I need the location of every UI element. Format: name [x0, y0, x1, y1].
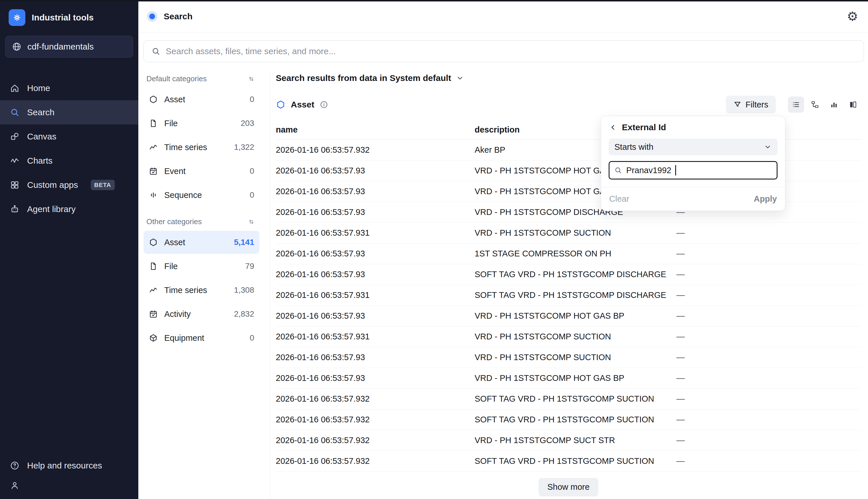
cell-external-id: — [676, 264, 861, 285]
other-categories-label: Other categories [146, 217, 202, 226]
search-app-icon [147, 11, 157, 22]
category-item-asset-default[interactable]: Asset 0 [144, 88, 260, 111]
category-item-event-default[interactable]: Event 0 [144, 160, 260, 183]
table-row[interactable]: 2026-01-16 06:53:57.932 SOFT TAG VRD - P… [276, 409, 861, 430]
category-item-file-other[interactable]: File 79 [144, 255, 260, 278]
category-item-file-default[interactable]: File 203 [144, 112, 260, 135]
operator-select[interactable]: Starts with [608, 138, 777, 155]
category-item-sequence-default[interactable]: Sequence 0 [144, 183, 260, 207]
sidebar-item-canvas[interactable]: Canvas [0, 124, 138, 149]
back-chevron-icon[interactable] [608, 123, 617, 132]
table-row[interactable]: 2026-01-16 06:53:57.932 SOFT TAG VRD - P… [276, 388, 861, 409]
cell-name: 2026-01-16 06:53:57.93 [276, 181, 475, 202]
cell-external-id: — [676, 243, 861, 264]
chart-view-button[interactable] [826, 97, 842, 113]
category-item-equipment-other[interactable]: Equipment 0 [144, 326, 260, 350]
table-row[interactable]: 2026-01-16 06:53:57.93 VRD - PH 1STSTGCO… [276, 305, 861, 326]
sidebar-item-home[interactable]: Home [0, 76, 138, 100]
help-circle-icon [10, 461, 20, 471]
results-section-header: Asset Filters [276, 96, 861, 113]
table-row[interactable]: 2026-01-16 06:53:57.931 VRD - PH 1STSTGC… [276, 326, 861, 347]
app-logo-button[interactable] [9, 9, 25, 26]
cell-external-id: — [676, 368, 861, 388]
cell-description: SOFT TAG VRD - PH 1STSTGCOMP SUCTION [475, 409, 676, 430]
sort-categories-button[interactable] [247, 75, 255, 83]
table-row[interactable]: 2026-01-16 06:53:57.932 VRD - PH 1STSTGC… [276, 430, 861, 451]
cell-description: VRD - PH 1STSTGCOMP SUCT STR [475, 430, 676, 451]
cognite-burst-icon [12, 13, 22, 22]
project-selector[interactable]: cdf-fundamentals [5, 36, 133, 58]
cell-external-id: — [676, 305, 861, 326]
cell-name: 2026-01-16 06:53:57.931 [276, 326, 475, 347]
bar-chart-icon [830, 100, 838, 109]
list-view-button[interactable] [788, 97, 804, 113]
scope-label: Search results from data in System defau… [276, 73, 451, 83]
file-icon [149, 119, 158, 128]
category-label: Sequence [164, 191, 202, 200]
sidebar-item-custom-apps[interactable]: Custom apps BETA [0, 173, 138, 197]
category-count: 1,322 [234, 143, 254, 152]
category-item-timeseries-other[interactable]: Time series 1,308 [144, 279, 260, 302]
cell-name: 2026-01-16 06:53:57.932 [276, 139, 475, 160]
beta-badge: BETA [91, 180, 115, 190]
filter-value-input[interactable]: Pranav1992 [608, 161, 777, 180]
tree-view-button[interactable] [807, 97, 823, 113]
table-row[interactable]: 2026-01-16 06:53:57.931 VRD - PH 1STSTGC… [276, 222, 861, 243]
table-row[interactable]: 2026-01-16 06:53:57.93 SOFT TAG VRD - PH… [276, 264, 861, 285]
table-row[interactable]: 2026-01-16 06:53:57.93 VRD - PH 1STSTGCO… [276, 347, 861, 368]
chevron-down-icon [456, 74, 464, 82]
global-search-input[interactable] [166, 46, 856, 56]
list-view-icon [792, 100, 800, 109]
cell-name: 2026-01-16 06:53:57.932 [276, 388, 475, 409]
split-view-button[interactable] [845, 97, 861, 113]
sidebar-item-agent-library[interactable]: Agent library [0, 197, 138, 221]
category-count: 0 [250, 95, 254, 104]
cell-external-id: — [676, 409, 861, 430]
sidebar-item-search[interactable]: Search [0, 100, 138, 124]
columns-icon [849, 100, 857, 109]
category-item-activity-other[interactable]: Activity 2,832 [144, 303, 260, 326]
cell-external-id: — [676, 430, 861, 451]
global-search-bar[interactable] [144, 40, 864, 62]
chevron-down-icon [764, 143, 772, 151]
category-item-timeseries-default[interactable]: Time series 1,322 [144, 136, 260, 159]
sidebar-item-charts[interactable]: Charts [0, 149, 138, 173]
sidebar-nav: Home Search Canvas Char [0, 76, 138, 221]
cell-name: 2026-01-16 06:53:57.93 [276, 305, 475, 326]
section-title: Asset [291, 100, 314, 109]
filter-popup-header: External Id [601, 122, 785, 137]
app-brand: Industrial tools [0, 0, 138, 34]
cell-external-id: — [676, 222, 861, 243]
settings-gear-icon[interactable]: ⚙ [847, 10, 858, 23]
filter-popup-footer: Clear Apply [601, 187, 785, 211]
clear-button[interactable]: Clear [609, 194, 629, 204]
sidebar-item-label: Home [27, 83, 50, 93]
category-item-asset-other[interactable]: Asset 5,141 [144, 231, 260, 254]
default-categories-label: Default categories [146, 74, 207, 83]
table-row[interactable]: 2026-01-16 06:53:57.93 1ST STAGE COMPRES… [276, 243, 861, 264]
table-row[interactable]: 2026-01-16 06:53:57.932 SOFT TAG VRD - P… [276, 451, 861, 471]
sidebar-item-label: Charts [27, 156, 52, 166]
column-header-name[interactable]: name [276, 120, 475, 139]
table-row[interactable]: 2026-01-16 06:53:57.931 SOFT TAG VRD - P… [276, 285, 861, 305]
filter-popup: External Id Starts with Pranav1992 Clear… [601, 116, 785, 211]
cell-name: 2026-01-16 06:53:57.93 [276, 347, 475, 368]
cell-external-id: — [676, 285, 861, 305]
info-icon[interactable] [320, 100, 328, 109]
user-icon [10, 480, 20, 490]
cell-name: 2026-01-16 06:53:57.932 [276, 430, 475, 451]
table-row[interactable]: 2026-01-16 06:53:57.93 VRD - PH 1STSTGCO… [276, 368, 861, 388]
filters-button[interactable]: Filters [726, 96, 776, 113]
page-title: Search [164, 12, 193, 21]
show-more-button[interactable]: Show more [539, 478, 598, 496]
apply-button[interactable]: Apply [754, 194, 777, 204]
help-and-resources-button[interactable]: Help and resources [0, 453, 138, 478]
cell-description: SOFT TAG VRD - PH 1STSTGCOMP SUCTION [475, 451, 676, 471]
cell-description: SOFT TAG VRD - PH 1STSTGCOMP SUCTION [475, 388, 676, 409]
sort-categories-button[interactable] [247, 218, 255, 226]
sidebar-item-label: Search [27, 108, 55, 117]
search-scope-selector[interactable]: Search results from data in System defau… [276, 72, 464, 83]
sidebar-item-label: Canvas [27, 132, 57, 142]
profile-button[interactable] [0, 478, 138, 496]
cell-name: 2026-01-16 06:53:57.93 [276, 202, 475, 222]
